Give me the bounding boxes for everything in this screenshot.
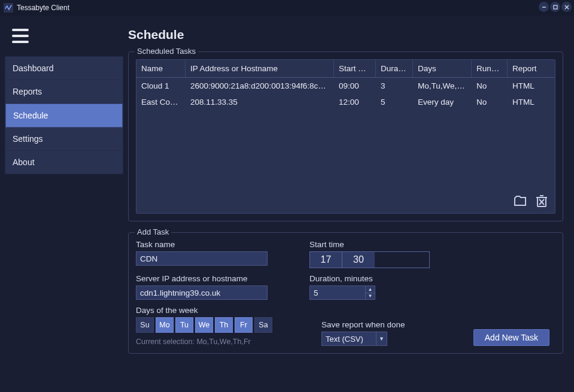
col-ip[interactable]: IP Address or Hostname — [186, 60, 334, 77]
col-running[interactable]: Running — [472, 60, 508, 77]
page-title: Schedule — [128, 28, 563, 42]
close-button[interactable] — [561, 2, 572, 12]
chevron-down-icon: ▼ — [376, 332, 387, 345]
col-report[interactable]: Report — [508, 60, 555, 77]
server-label: Server IP address or hostname — [136, 274, 303, 283]
maximize-button[interactable] — [550, 2, 560, 12]
add-task-group-label: Add Task — [135, 227, 171, 236]
main-content: Schedule Scheduled Tasks Name IP Address… — [128, 16, 574, 392]
app-icon — [4, 3, 13, 13]
day-button-mo[interactable]: Mo — [156, 317, 174, 333]
cell: HTML — [508, 78, 540, 94]
cell: 208.11.33.35 — [186, 94, 334, 110]
col-duration[interactable]: Duration — [376, 60, 413, 77]
cell: 3 — [376, 78, 413, 94]
table-row[interactable]: East Coas...208.11.33.3512:005Every dayN… — [136, 94, 555, 110]
col-days[interactable]: Days — [413, 60, 472, 77]
start-minute[interactable]: 30 — [342, 252, 375, 268]
report-format-value: Text (CSV) — [322, 335, 363, 344]
cell: Cloud 1 — [136, 78, 186, 94]
tasks-table: Name IP Address or Hostname Start Time D… — [136, 59, 555, 214]
day-button-th[interactable]: Th — [215, 317, 233, 333]
day-button-fr[interactable]: Fr — [235, 317, 253, 333]
svg-rect-1 — [554, 5, 557, 9]
cell: Every day — [413, 94, 472, 110]
server-input[interactable] — [136, 285, 268, 300]
cell: No — [472, 94, 508, 110]
cell: East Coas... — [136, 94, 186, 110]
delete-icon[interactable] — [534, 194, 549, 208]
app-title: Tessabyte Client — [17, 4, 69, 12]
cell: 2600:9000:21a8:d200:0013:94f6:8c80:0021 — [186, 78, 334, 94]
duration-label: Duration, minutes — [309, 274, 430, 283]
duration-spinner[interactable]: 5 ▲ ▼ — [309, 285, 375, 300]
day-button-tu[interactable]: Tu — [175, 317, 193, 333]
cell: Mo,Tu,We,Th... — [413, 78, 472, 94]
day-button-su[interactable]: Su — [136, 317, 154, 333]
col-name[interactable]: Name — [136, 60, 186, 77]
menu-toggle-button[interactable] — [12, 24, 36, 48]
day-button-we[interactable]: We — [195, 317, 213, 333]
spinner-up-icon[interactable]: ▲ — [366, 286, 375, 293]
table-row[interactable]: Cloud 12600:9000:21a8:d200:0013:94f6:8c8… — [136, 78, 555, 94]
report-format-select[interactable]: Text (CSV) ▼ — [321, 332, 387, 346]
nav-item-settings[interactable]: Settings — [5, 127, 123, 151]
add-task-group: Add Task Task name Start time 17 30 Serv… — [128, 232, 563, 354]
task-name-input[interactable] — [136, 251, 268, 266]
add-new-task-button[interactable]: Add New Task — [473, 329, 549, 346]
col-start[interactable]: Start Time — [334, 60, 376, 77]
cell: 09:00 — [334, 78, 376, 94]
spinner-down-icon[interactable]: ▼ — [366, 293, 375, 300]
scheduled-tasks-group-label: Scheduled Tasks — [135, 47, 198, 56]
save-report-label: Save report when done — [321, 320, 405, 329]
minimize-button[interactable] — [539, 2, 549, 12]
day-button-sa[interactable]: Sa — [254, 317, 272, 333]
sidebar: DashboardReportsScheduleSettingsAbout — [0, 16, 128, 392]
start-time-label: Start time — [309, 240, 430, 249]
titlebar: Tessabyte Client — [0, 0, 574, 16]
nav-item-schedule[interactable]: Schedule — [5, 104, 123, 127]
nav-item-dashboard[interactable]: Dashboard — [5, 57, 123, 80]
cell: 12:00 — [334, 94, 376, 110]
days-selector: SuMoTuWeThFrSa — [136, 317, 303, 333]
nav-item-about[interactable]: About — [5, 151, 123, 174]
cell: HTML — [508, 94, 540, 110]
cell: No — [472, 78, 508, 94]
nav: DashboardReportsScheduleSettingsAbout — [5, 56, 123, 174]
scheduled-tasks-group: Scheduled Tasks Name IP Address or Hostn… — [128, 51, 563, 221]
start-time-input[interactable]: 17 30 — [309, 251, 430, 268]
cell: 5 — [376, 94, 413, 110]
nav-item-reports[interactable]: Reports — [5, 80, 123, 104]
table-header-row: Name IP Address or Hostname Start Time D… — [136, 60, 555, 78]
start-hour[interactable]: 17 — [310, 252, 342, 268]
duration-value: 5 — [310, 288, 318, 297]
folder-icon[interactable] — [513, 194, 527, 208]
window-controls — [539, 2, 572, 12]
task-name-label: Task name — [136, 240, 303, 249]
days-hint: Current selection: Mo,Tu,We,Th,Fr — [136, 338, 303, 346]
days-label: Days of the week — [136, 306, 303, 315]
